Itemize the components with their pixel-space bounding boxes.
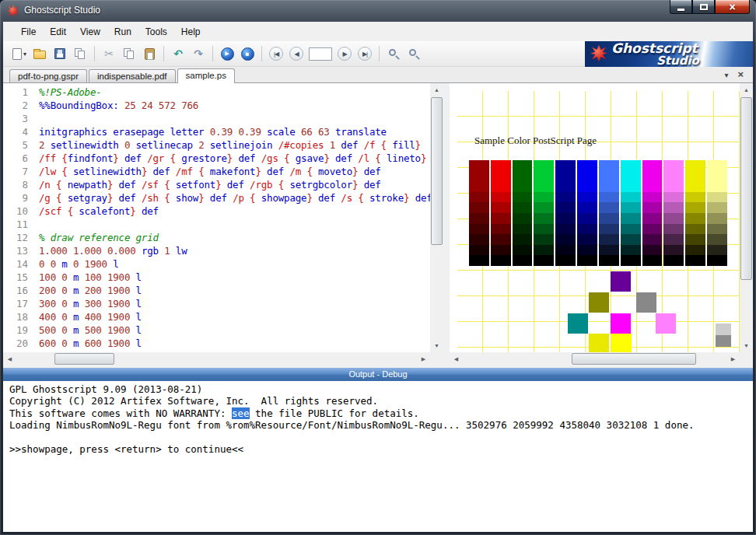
redo-icon: ↷ (194, 48, 203, 59)
zoom-in-button[interactable] (404, 44, 423, 64)
close-button[interactable]: × (715, 0, 750, 14)
paste-button[interactable] (140, 44, 159, 64)
console-line: >>showpage, press <return> to continue<< (9, 443, 747, 455)
run-button[interactable]: ▶ (218, 44, 236, 64)
tab-controls: ▾ × (724, 67, 753, 82)
minimize-button[interactable] (670, 0, 692, 14)
toolbar-separator (212, 46, 213, 61)
scissors-icon: ✂ (104, 48, 114, 59)
color-bar (663, 160, 684, 266)
code-editor[interactable]: 1%!PS-Adobe-2%%BoundingBox: 25 24 572 76… (3, 83, 430, 352)
scroll-right-icon[interactable]: ▶ (417, 352, 430, 365)
toolbar-separator (379, 46, 380, 61)
tab-indispensable.pdf[interactable]: indispensable.pdf (89, 69, 176, 82)
editor-vertical-scrollbar[interactable]: ▲ ▼ (430, 83, 443, 352)
color-square (589, 292, 609, 313)
last-page-button[interactable]: ▶| (355, 44, 374, 64)
save-all-button[interactable] (71, 44, 89, 64)
color-bar (577, 160, 597, 266)
copy-button[interactable] (120, 44, 138, 64)
editor-horizontal-scrollbar[interactable]: ◀ ▶ (3, 352, 430, 365)
maximize-icon (700, 4, 708, 10)
run-icon: ▶ (221, 47, 234, 61)
code-line: 2%%BoundingBox: 25 24 572 766 (3, 99, 430, 112)
chevron-down-icon: ▾ (23, 51, 26, 58)
first-page-button[interactable]: |◀ (267, 44, 285, 64)
logo-line2: Studio (656, 55, 699, 66)
menu-tools[interactable]: Tools (138, 24, 174, 40)
code-line: 19500 0 m 500 1900 l (3, 323, 430, 337)
scroll-up-icon[interactable]: ▲ (740, 83, 753, 96)
scroll-down-icon[interactable]: ▼ (430, 339, 443, 352)
save-button[interactable] (51, 44, 69, 64)
color-bar (513, 160, 533, 266)
preview-vscroll-thumb[interactable] (740, 97, 752, 280)
new-file-button[interactable]: ▾ (10, 44, 29, 64)
preview-vertical-scrollbar[interactable]: ▲ ▼ (740, 83, 753, 352)
ps-page: Sample Color PostScript Page (457, 91, 740, 352)
preview-horizontal-scrollbar[interactable]: ◀ ▶ (450, 352, 740, 365)
menu-run[interactable]: Run (107, 24, 138, 40)
color-bar (491, 160, 511, 266)
editor-vscroll-thumb[interactable] (431, 97, 443, 245)
paste-icon (145, 48, 155, 60)
menu-view[interactable]: View (73, 24, 107, 40)
toolbar-separator (261, 46, 262, 61)
tab-pdf-to-png.gspr[interactable]: pdf-to-png.gspr (9, 69, 87, 82)
stop-button[interactable]: ■ (238, 44, 257, 64)
scroll-left-icon[interactable]: ◀ (3, 352, 16, 365)
tab-strip: pdf-to-png.gsprindispensable.pdfsample.p… (9, 67, 236, 82)
output-header[interactable]: Output - Debug (3, 368, 753, 381)
menu-bar: FileEditViewRunToolsHelp (3, 22, 753, 41)
close-tab-icon[interactable]: × (737, 71, 744, 79)
color-square (716, 323, 731, 335)
copy-icon (123, 47, 135, 60)
title-bar[interactable]: Ghostscript Studio × (0, 0, 756, 22)
next-page-button[interactable]: ▶ (335, 44, 354, 64)
console-output[interactable]: GPL Ghostscript 9.09 (2013-08-21)Copyrig… (3, 381, 753, 532)
logo-text: Ghostscript Studio (611, 42, 699, 66)
menu-help[interactable]: Help (174, 24, 208, 40)
code-line: 3 (3, 112, 430, 125)
color-bar (534, 160, 554, 266)
tab-list-dropdown-icon[interactable]: ▾ (724, 71, 728, 79)
color-bar (685, 160, 705, 266)
color-bar (555, 160, 576, 266)
scroll-right-icon[interactable]: ▶ (726, 352, 740, 365)
page-number-input[interactable] (309, 47, 332, 61)
preview-page-title: Sample Color PostScript Page (474, 135, 597, 147)
code-line: 10/scf { scalefont} def (3, 205, 430, 218)
editor-hscroll-thumb[interactable] (54, 353, 114, 365)
scroll-up-icon[interactable]: ▲ (430, 83, 443, 96)
logo-line1: Ghostscript (611, 42, 699, 55)
prev-page-icon: ◀ (289, 47, 303, 61)
stop-icon: ■ (241, 47, 254, 61)
main-split: 1%!PS-Adobe-2%%BoundingBox: 25 24 572 76… (3, 82, 753, 365)
maximize-button[interactable] (692, 0, 715, 14)
color-bar (599, 160, 619, 266)
splitter[interactable] (443, 83, 450, 365)
console-line: This software comes with NO WARRANTY: se… (9, 407, 747, 419)
open-file-button[interactable] (30, 44, 49, 64)
scroll-left-icon[interactable]: ◀ (450, 352, 463, 365)
scroll-down-icon[interactable]: ▼ (740, 339, 753, 352)
menu-edit[interactable]: Edit (43, 24, 73, 40)
color-bar (469, 160, 489, 266)
undo-button[interactable]: ↶ (169, 44, 187, 64)
window-title: Ghostscript Studio (24, 0, 100, 21)
preview-hscroll-thumb[interactable] (572, 353, 696, 365)
code-line: 11 (3, 218, 430, 231)
code-line: 52 setlinewidth 0 setlinecap 2 setlinejo… (3, 138, 430, 152)
code-line: 4initgraphics erasepage letter 0.39 0.39… (3, 125, 430, 138)
logo-star-icon (590, 45, 607, 62)
zoom-out-button[interactable] (384, 44, 403, 64)
tab-sample.ps[interactable]: sample.ps (177, 68, 235, 83)
color-square (611, 313, 631, 334)
client-area: FileEditViewRunToolsHelp ▾ ✂ ↶ ↷ ▶ ■ |◀ … (3, 22, 753, 532)
prev-page-button[interactable]: ◀ (287, 44, 306, 64)
menu-file[interactable]: File (14, 24, 43, 40)
cut-button[interactable]: ✂ (100, 44, 118, 64)
code-line: 12% draw reference grid (3, 231, 430, 244)
code-line: 6/ff {findfont} def /gr { grestore} def … (3, 152, 430, 165)
redo-button[interactable]: ↷ (189, 44, 208, 64)
